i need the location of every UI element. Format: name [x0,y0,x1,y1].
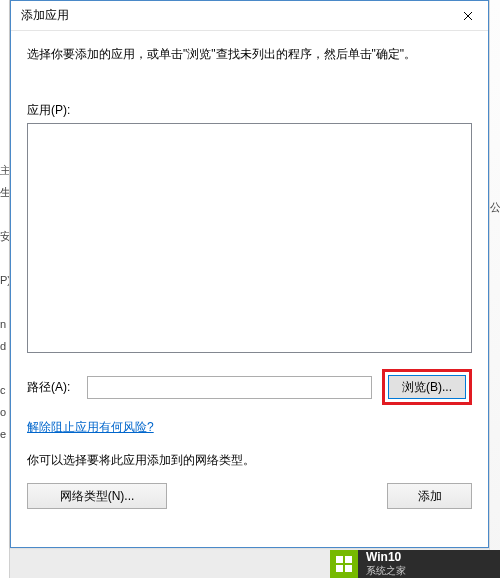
network-type-button[interactable]: 网络类型(N)... [27,483,167,509]
browse-button[interactable]: 浏览(B)... [388,375,466,399]
svg-rect-3 [345,565,352,572]
application-list-label: 应用(P): [27,102,472,119]
watermark: Win10 系统之家 [330,550,500,578]
instruction-text: 选择你要添加的应用，或单击"浏览"查找未列出的程序，然后单击"确定"。 [27,45,472,64]
risk-info-link[interactable]: 解除阻止应用有何风险? [27,419,154,436]
path-row: 路径(A): 浏览(B)... [27,369,472,405]
watermark-line1: Win10 [366,551,406,565]
background-window-right-edge: 公 [489,0,500,578]
watermark-logo [330,550,358,578]
path-input[interactable] [87,376,372,399]
svg-rect-2 [336,565,343,572]
watermark-text: Win10 系统之家 [366,551,406,576]
network-type-instruction: 你可以选择要将此应用添加到的网络类型。 [27,452,472,469]
browse-highlight-box: 浏览(B)... [382,369,472,405]
svg-rect-0 [336,556,343,563]
dialog-title: 添加应用 [21,7,448,24]
windows-icon [336,556,352,572]
background-window-left-edge: 主 生 安 P) n d c o e [0,0,10,578]
close-icon [463,11,473,21]
add-application-dialog: 添加应用 选择你要添加的应用，或单击"浏览"查找未列出的程序，然后单击"确定"。… [10,0,489,548]
add-button[interactable]: 添加 [387,483,472,509]
application-listbox[interactable] [27,123,472,353]
titlebar: 添加应用 [11,1,488,31]
path-label: 路径(A): [27,379,77,396]
bottom-button-row: 网络类型(N)... 添加 [27,483,472,509]
watermark-line2: 系统之家 [366,565,406,577]
dialog-content: 选择你要添加的应用，或单击"浏览"查找未列出的程序，然后单击"确定"。 应用(P… [11,31,488,519]
svg-rect-1 [345,556,352,563]
close-button[interactable] [448,1,488,31]
